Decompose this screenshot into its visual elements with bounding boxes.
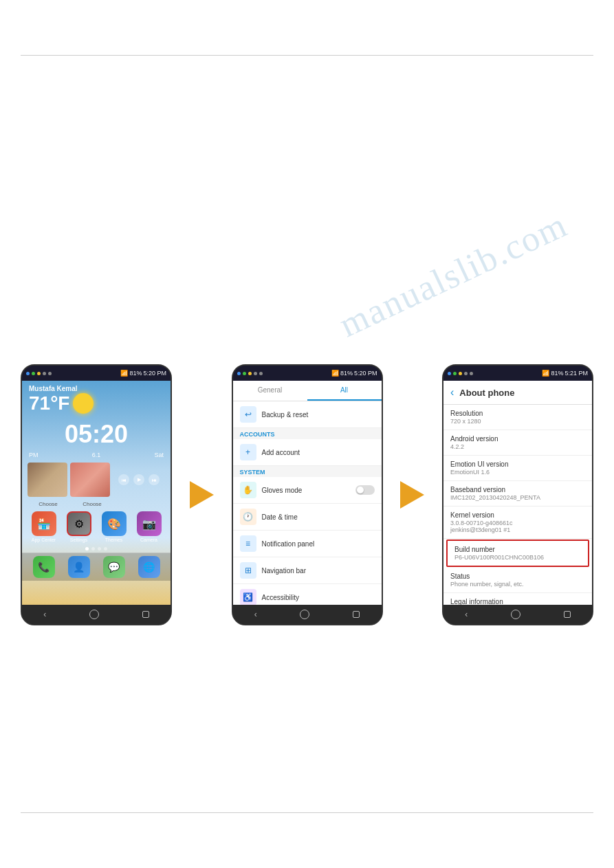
home-temp: 71°F <box>29 392 94 414</box>
android-label: Android version <box>450 435 585 443</box>
backup-text: Backup & reset <box>262 411 375 419</box>
nav-home-2[interactable] <box>300 610 309 619</box>
arrow-1 <box>181 481 222 509</box>
settings-list: ↩ Backup & reset ACCOUNTS + Add account … <box>233 401 382 605</box>
phone3-signal-icon: 📶 <box>542 370 549 377</box>
dock-messages[interactable]: 💬 <box>103 556 125 578</box>
settings-item-gloves[interactable]: ✋ Gloves mode <box>233 477 382 504</box>
gloves-text: Gloves mode <box>262 487 350 494</box>
settings-tab-general[interactable]: General <box>233 381 307 401</box>
settings-icon: ⚙ <box>67 511 91 536</box>
status-right: 📶 81% 5:20 PM <box>120 370 166 377</box>
signal-icon: 📶 <box>120 370 128 377</box>
gloves-toggle[interactable] <box>355 485 375 495</box>
app-icon-appcenter[interactable]: 🏪 App Center <box>28 511 60 542</box>
bottom-rule <box>21 812 593 813</box>
phone1-nav-bar: ‹ <box>22 605 171 624</box>
phone2-status-bar: 📶 81% 5:20 PM <box>233 366 382 381</box>
navbar-text: Navigation bar <box>262 567 375 575</box>
phone2-signal-icon: 📶 <box>331 370 339 377</box>
media-prev[interactable]: ⏮ <box>118 474 129 485</box>
settings-item-addaccount[interactable]: + Add account <box>233 439 382 466</box>
accessibility-text: Accessibility <box>262 594 375 601</box>
nav-back-1[interactable]: ‹ <box>43 610 46 619</box>
android-value: 4.2.2 <box>450 443 585 450</box>
app-icon-camera[interactable]: 📷 Camera <box>133 511 165 542</box>
home-photo-labels: Choose Choose <box>22 500 171 509</box>
buildnumber-label: Build number <box>454 546 581 553</box>
settings-tab-all[interactable]: All <box>307 381 382 401</box>
phone2-status-right: 📶 81% 5:20 PM <box>331 370 377 377</box>
emotionui-label: Emotion UI version <box>450 460 585 468</box>
home-apps-grid: 🏪 App Center ⚙ Settings 🎨 Themes 📷 Camer… <box>22 509 171 545</box>
home-photo-2 <box>70 463 110 497</box>
phone2-nav-bar: ‹ <box>233 605 382 624</box>
dot-1 <box>85 547 89 550</box>
camera-icon: 📷 <box>137 511 162 536</box>
backup-icon: ↩ <box>240 406 256 423</box>
about-item-kernel: Kernel version 3.0.8-00710-g408661cjenki… <box>443 507 592 539</box>
media-next[interactable]: ⏭ <box>149 474 160 485</box>
phone3-nav-bar: ‹ <box>443 605 592 624</box>
page-container: manualslib.com 📶 81% 5:20 PM <box>0 0 614 868</box>
resolution-label: Resolution <box>450 410 585 417</box>
media-play[interactable]: ▶ <box>133 474 144 485</box>
navbar-icon: ⊞ <box>240 562 256 579</box>
kernel-label: Kernel version <box>450 511 585 519</box>
nav-home-1[interactable] <box>89 610 99 619</box>
about-header: ‹ About phone <box>443 381 592 405</box>
phone1-status-bar: 📶 81% 5:20 PM <box>22 366 171 381</box>
phone3-status-right: 📶 81% 5:21 PM <box>542 370 588 377</box>
dock-maps[interactable]: 🌐 <box>138 556 160 578</box>
accessibility-icon: ♿ <box>240 589 256 605</box>
top-rule <box>21 55 593 56</box>
media-controls: ⏮ ▶ ⏭ <box>113 463 165 497</box>
settings-item-notification[interactable]: ≡ Notification panel <box>233 531 382 557</box>
addaccount-icon: + <box>240 444 256 460</box>
phone1-content: Mustafa Kemal 71°F 05:20 PM 6.1 Sat <box>22 381 171 605</box>
settings-item-datetime[interactable]: 🕐 Date & time <box>233 504 382 531</box>
phone2-time: 5:20 PM <box>354 370 377 377</box>
nav-home-3[interactable] <box>511 610 520 619</box>
dot-4 <box>104 547 107 550</box>
dock-contacts[interactable]: 👤 <box>68 556 90 578</box>
phone1-frame: 📶 81% 5:20 PM Mustafa Kemal 71°F 05:20 <box>21 364 172 625</box>
nav-recent-1[interactable] <box>142 611 149 618</box>
status-value: Phone number, signal, etc. <box>450 581 585 588</box>
nav-recent-3[interactable] <box>564 611 571 618</box>
status-left-dots <box>26 372 52 375</box>
about-item-resolution: Resolution 720 x 1280 <box>443 405 592 430</box>
about-item-emotionui: Emotion UI version EmotionUI 1.6 <box>443 456 592 481</box>
about-back-btn[interactable]: ‹ <box>450 386 454 399</box>
sun-icon <box>73 393 94 414</box>
phone3-time: 5:21 PM <box>564 370 588 377</box>
about-title: About phone <box>459 388 514 398</box>
addaccount-text: Add account <box>262 449 375 456</box>
photo-label-2: Choose <box>72 501 113 507</box>
app-icon-themes[interactable]: 🎨 Themes <box>98 511 130 542</box>
battery-text: 81% <box>129 370 142 377</box>
settings-item-accessibility[interactable]: ♿ Accessibility <box>233 584 382 605</box>
phone3-frame: 📶 81% 5:21 PM ‹ About phone Resolution 7… <box>442 364 593 625</box>
baseband-value: IMC1202_20130420248_PENTA <box>450 494 585 501</box>
settings-item-backup[interactable]: ↩ Backup & reset <box>233 401 382 428</box>
nav-back-2[interactable]: ‹ <box>254 610 257 619</box>
nav-back-3[interactable]: ‹ <box>465 610 468 619</box>
dot-2 <box>91 547 95 550</box>
phone2-status-left <box>237 372 263 375</box>
app-icon-settings[interactable]: ⚙ Settings <box>63 511 95 542</box>
phone3-status-left <box>448 372 473 375</box>
settings-label: Settings <box>70 537 87 542</box>
nav-recent-2[interactable] <box>353 611 360 618</box>
gloves-icon: ✋ <box>240 482 256 498</box>
screenshots-row: 📶 81% 5:20 PM Mustafa Kemal 71°F 05:20 <box>21 364 593 625</box>
gloves-toggle-knob <box>357 487 364 493</box>
phone3-status-bar: 📶 81% 5:21 PM <box>443 366 592 381</box>
dock-phone[interactable]: 📞 <box>33 556 55 578</box>
settings-item-navbar[interactable]: ⊞ Navigation bar <box>233 557 382 584</box>
resolution-value: 720 x 1280 <box>450 418 585 425</box>
settings-tab-bar: General All <box>233 381 382 401</box>
photo-label-1: Choose <box>28 501 69 507</box>
notification-icon: ≡ <box>240 535 256 552</box>
time-display: 5:20 PM <box>143 370 166 377</box>
